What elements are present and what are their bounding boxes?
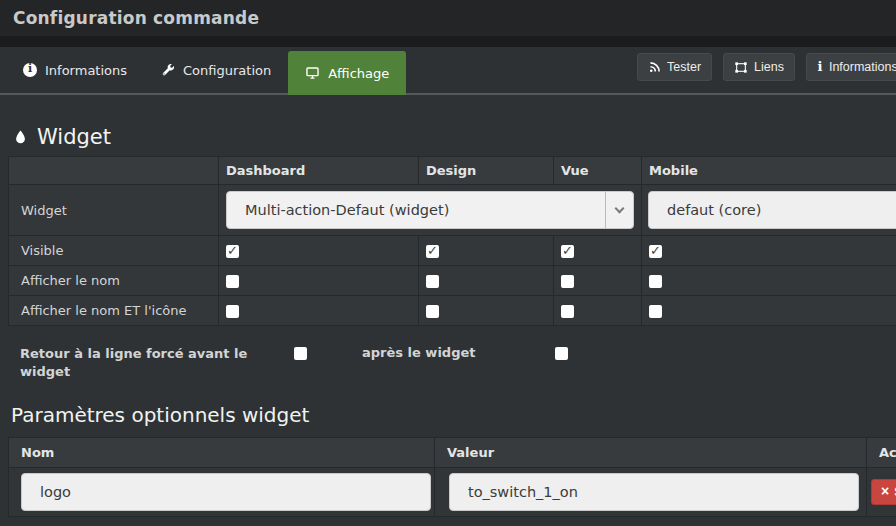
row-label: Widget [9,185,219,236]
col-header-vue: Vue [554,157,642,185]
checkbox-show-name-dashboard[interactable] [226,275,239,288]
droplet-icon [13,128,28,146]
object-group-icon [734,61,748,74]
checkbox-show-name-vue[interactable] [561,275,574,288]
checkbox-line-break-before[interactable] [294,347,307,360]
param-action-cell: × Supprimer [867,468,896,517]
close-icon: × [881,484,889,498]
button-label: Tester [667,60,701,74]
widget-select-value: Multi-action-Defaut (widget) [227,202,605,218]
line-break-after-label: après le widget [362,345,475,360]
param-valeur-cell [435,468,867,517]
page-title: Configuration commande [13,8,259,28]
widget-mobile-input[interactable] [648,191,896,229]
row-label: Afficher le nom ET l'icône [9,296,219,326]
row-label: Afficher le nom [9,266,219,296]
table-header-row: Dashboard Design Vue Mobile [9,157,896,185]
checkbox-visible-dashboard[interactable] [226,245,239,258]
col-header-design: Design [419,157,554,185]
checkbox-show-name-icon-mobile[interactable] [649,305,662,318]
tab-affichage[interactable]: Affichage [288,51,406,95]
main-content: Widget Dashboard Design Vue Mobile Widge… [0,125,896,517]
window-titlebar: Configuration commande [0,0,896,36]
informations-button[interactable]: Informations [806,53,896,81]
widget-select-cell: Multi-action-Defaut (widget) [219,185,642,236]
rss-icon [648,61,661,74]
widget-row: Widget Multi-action-Defaut (widget) [9,185,896,236]
checkbox-show-name-icon-design[interactable] [426,305,439,318]
line-break-before-label: Retour à la ligne forcé avant le widget [20,345,255,381]
optional-params-table: Nom Valeur Actions × Supprimer [8,437,896,517]
chevron-down-icon [605,192,633,228]
col-header-empty [9,157,219,185]
param-row: × Supprimer [9,468,896,517]
widget-display-table: Dashboard Design Vue Mobile Widget Multi… [8,156,896,326]
section-title: Widget [37,125,111,149]
button-label: Informations [829,60,896,74]
checkbox-show-name-design[interactable] [426,275,439,288]
widget-mobile-cell [642,185,896,236]
widget-section-heading: Widget [13,125,896,149]
col-header-nom: Nom [9,438,435,468]
params-section-heading: Paramètres optionnels widget [11,403,896,427]
checkbox-visible-mobile[interactable] [649,245,662,258]
line-break-options: Retour à la ligne forcé avant le widget … [20,345,896,381]
widget-select[interactable]: Multi-action-Defaut (widget) [226,191,634,229]
checkbox-visible-design[interactable] [426,245,439,258]
tab-label: Configuration [183,63,271,78]
checkbox-show-name-mobile[interactable] [649,275,662,288]
tab-configuration[interactable]: Configuration [144,47,288,93]
checkbox-visible-vue[interactable] [561,245,574,258]
show-name-row: Afficher le nom [9,266,896,296]
info-icon [817,59,823,74]
col-header-valeur: Valeur [435,438,867,468]
checkbox-line-break-after[interactable] [555,347,568,360]
delete-param-button[interactable]: × Supprimer [871,479,896,505]
param-nom-input[interactable] [21,473,431,511]
checkbox-show-name-icon-dashboard[interactable] [226,305,239,318]
params-header-row: Nom Valeur Actions [9,438,896,468]
show-name-icon-row: Afficher le nom ET l'icône [9,296,896,326]
liens-button[interactable]: Liens [723,53,795,81]
info-circle-icon [23,63,37,77]
button-label: Liens [754,60,784,74]
col-header-actions: Actions [867,438,896,468]
wrench-icon [161,63,175,77]
param-valeur-input[interactable] [449,473,859,511]
param-nom-cell [9,468,435,517]
col-header-dashboard: Dashboard [219,157,419,185]
display-icon [305,66,320,80]
visible-row: Visible [9,236,896,266]
tab-label: Affichage [328,66,389,81]
col-header-mobile: Mobile [642,157,896,185]
titlebar-divider [0,36,896,47]
tab-informations[interactable]: Informations [6,47,144,93]
tab-label: Informations [45,63,127,78]
tab-bar: Informations Configuration Affichage Tes… [0,47,896,95]
tester-button[interactable]: Tester [637,53,712,81]
row-label: Visible [9,236,219,266]
checkbox-show-name-icon-vue[interactable] [561,305,574,318]
tab-action-buttons: Tester Liens Informations Ajouter [637,53,896,81]
